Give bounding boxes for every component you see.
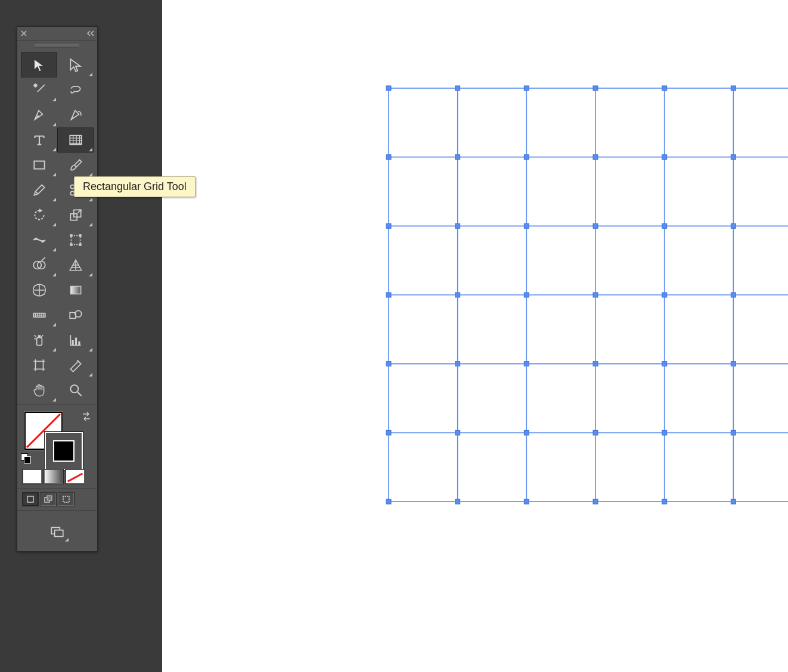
svg-rect-12	[455, 86, 460, 91]
svg-rect-50	[662, 430, 667, 435]
svg-rect-48	[524, 430, 529, 435]
svg-rect-16	[731, 86, 736, 91]
svg-rect-15	[662, 86, 667, 91]
draw-behind[interactable]	[40, 492, 57, 506]
svg-rect-84	[78, 341, 80, 346]
stroke-swatch[interactable]	[45, 432, 83, 470]
svg-rect-44	[731, 362, 736, 366]
svg-rect-35	[593, 293, 598, 297]
perspective-grid-tool[interactable]	[57, 253, 94, 278]
svg-rect-36	[662, 293, 667, 297]
lasso-tool[interactable]	[57, 77, 94, 102]
svg-rect-21	[593, 155, 598, 160]
svg-rect-91	[63, 496, 69, 502]
artboard[interactable]	[162, 0, 788, 672]
direct-selection-tool[interactable]	[57, 52, 94, 77]
svg-rect-34	[524, 293, 529, 297]
svg-rect-23	[731, 155, 736, 160]
svg-rect-28	[593, 223, 598, 228]
svg-rect-40	[455, 362, 460, 366]
svg-rect-81	[38, 335, 40, 337]
default-fill-stroke-icon[interactable]	[21, 453, 30, 463]
rotate-tool[interactable]	[21, 203, 57, 228]
width-tool[interactable]	[21, 228, 57, 253]
color-mode-solid[interactable]	[22, 469, 42, 484]
scale-tool[interactable]	[57, 203, 94, 228]
svg-rect-49	[593, 430, 598, 435]
shape-builder-tool[interactable]	[21, 253, 57, 278]
svg-rect-83	[75, 338, 76, 346]
rectangular-grid-object[interactable]	[389, 88, 788, 502]
color-mode-gradient[interactable]	[44, 469, 64, 484]
pencil-tool[interactable]	[21, 178, 57, 203]
svg-rect-51	[731, 430, 736, 435]
svg-rect-73	[79, 243, 81, 245]
mesh-tool[interactable]	[21, 278, 57, 303]
svg-rect-26	[455, 223, 460, 228]
color-mode-row	[17, 466, 97, 487]
column-graph-tool[interactable]	[57, 328, 94, 353]
svg-point-60	[37, 116, 39, 117]
svg-rect-54	[455, 499, 460, 504]
zoom-tool[interactable]	[57, 378, 94, 403]
rectangular-grid-tool[interactable]	[57, 127, 94, 153]
panel-grip[interactable]	[35, 42, 79, 48]
swap-fill-stroke-icon[interactable]	[80, 410, 92, 422]
svg-rect-13	[524, 86, 529, 91]
artboard-tool[interactable]	[21, 353, 57, 378]
slice-tool[interactable]	[57, 353, 94, 378]
screen-mode-button[interactable]	[45, 521, 70, 543]
selection-tool[interactable]	[21, 52, 57, 77]
svg-rect-41	[524, 362, 529, 366]
svg-rect-80	[36, 338, 42, 346]
svg-rect-32	[386, 293, 391, 297]
svg-rect-55	[524, 499, 529, 504]
svg-rect-62	[34, 161, 44, 169]
tool-tooltip: Rectangular Grid Tool	[74, 176, 196, 197]
tools-panel	[17, 26, 98, 552]
eyedropper-tool[interactable]	[21, 303, 57, 328]
svg-rect-56	[593, 499, 598, 504]
symbol-sprayer-tool[interactable]	[21, 328, 57, 353]
svg-rect-22	[662, 155, 667, 160]
fill-stroke-control[interactable]	[21, 409, 94, 466]
svg-rect-72	[70, 243, 72, 245]
svg-rect-58	[731, 499, 736, 504]
gradient-tool[interactable]	[57, 278, 94, 303]
free-transform-tool[interactable]	[57, 228, 94, 253]
svg-rect-90	[47, 496, 52, 500]
svg-rect-47	[455, 430, 460, 435]
svg-point-67	[35, 238, 37, 240]
tools-panel-header[interactable]	[17, 27, 97, 41]
color-mode-none[interactable]	[65, 469, 85, 484]
type-tool[interactable]	[21, 127, 57, 153]
magic-wand-tool[interactable]	[21, 77, 57, 102]
hand-tool[interactable]	[21, 378, 57, 403]
svg-rect-57	[662, 499, 667, 504]
svg-rect-88	[27, 496, 33, 502]
rectangle-tool[interactable]	[21, 153, 57, 178]
svg-rect-76	[70, 287, 80, 294]
svg-rect-18	[386, 155, 391, 160]
svg-rect-85	[35, 362, 43, 369]
tool-grid	[17, 50, 97, 403]
svg-rect-27	[524, 223, 529, 228]
pen-tool[interactable]	[21, 102, 57, 127]
paintbrush-tool[interactable]	[57, 153, 94, 178]
svg-rect-20	[524, 155, 529, 160]
svg-rect-53	[386, 499, 391, 504]
svg-rect-71	[79, 234, 81, 237]
svg-rect-33	[455, 293, 460, 297]
svg-rect-39	[386, 362, 391, 366]
curvature-tool[interactable]	[57, 102, 94, 127]
svg-rect-43	[662, 362, 667, 366]
svg-rect-19	[455, 155, 460, 160]
collapse-icon[interactable]	[84, 27, 97, 40]
blend-tool[interactable]	[57, 303, 94, 328]
draw-mode-row	[17, 490, 97, 509]
svg-rect-82	[72, 340, 73, 346]
draw-inside[interactable]	[58, 492, 75, 506]
draw-normal[interactable]	[22, 492, 39, 506]
svg-rect-11	[386, 86, 391, 91]
close-icon[interactable]	[17, 27, 30, 40]
